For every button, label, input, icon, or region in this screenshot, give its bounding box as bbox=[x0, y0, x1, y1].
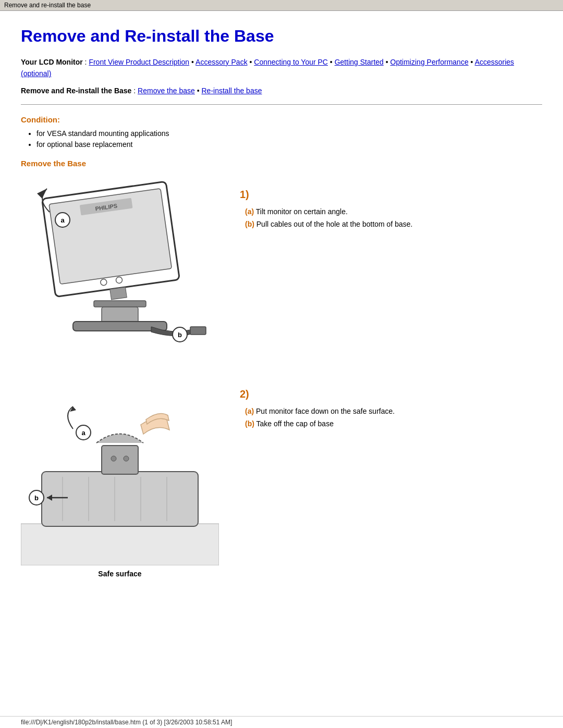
page-content: Remove and Re-install the Base Your LCD … bbox=[0, 11, 563, 609]
svg-rect-17 bbox=[42, 472, 198, 526]
breadcrumb-line2: Remove and Re-install the Base : Remove … bbox=[21, 85, 542, 96]
svg-rect-7 bbox=[94, 301, 146, 307]
svg-point-24 bbox=[111, 456, 116, 461]
svg-rect-10 bbox=[190, 327, 206, 335]
condition-heading: Condition: bbox=[21, 115, 542, 124]
svg-rect-16 bbox=[21, 524, 219, 565]
step-2-label-b: (b) bbox=[245, 419, 254, 428]
step-1-desc: 1) (a) Tilt monitor on certain angle. (b… bbox=[240, 178, 542, 231]
step-2-row: a b Safe surface 2) (a) Put monitor face… bbox=[21, 378, 542, 578]
step-2-text: (a) Put monitor face down on the safe su… bbox=[245, 405, 542, 430]
svg-text:a: a bbox=[60, 216, 65, 224]
svg-point-5 bbox=[116, 277, 123, 284]
page-title: Remove and Re-install the Base bbox=[21, 27, 542, 46]
step-2-number: 2) bbox=[240, 388, 542, 400]
svg-point-4 bbox=[100, 279, 107, 286]
svg-text:a: a bbox=[81, 429, 85, 437]
svg-text:b: b bbox=[34, 494, 39, 502]
step-2-label-a: (a) bbox=[245, 407, 254, 415]
step-2-desc: 2) (a) Put monitor face down on the safe… bbox=[240, 378, 542, 430]
svg-rect-23 bbox=[102, 446, 138, 474]
section-link-remove[interactable]: Remove the base bbox=[138, 87, 195, 95]
breadcrumb-link-accessory[interactable]: Accessory Pack bbox=[195, 58, 248, 66]
remove-base-heading: Remove the Base bbox=[21, 159, 542, 168]
svg-text:b: b bbox=[178, 331, 182, 339]
condition-list: for VESA standard mounting applications … bbox=[36, 129, 542, 149]
step-1-text-a: Tilt monitor on certain angle. bbox=[254, 207, 348, 216]
breadcrumb-link-getting-started[interactable]: Getting Started bbox=[335, 58, 384, 66]
safe-surface-label: Safe surface bbox=[21, 570, 219, 578]
horizontal-rule bbox=[21, 104, 542, 105]
browser-bar-title: Remove and re-install the base bbox=[4, 2, 91, 9]
section-link-reinstall[interactable]: Re-install the base bbox=[202, 87, 262, 95]
monitor-illustration: PHILIPS bbox=[21, 178, 219, 355]
step-1-text-b: Pull cables out of the hole at the botto… bbox=[254, 220, 413, 228]
step-1-image: PHILIPS bbox=[21, 178, 219, 357]
condition-item-2: for optional base replacement bbox=[36, 140, 542, 149]
step-2-text-a: Put monitor face down on the safe surfac… bbox=[254, 407, 395, 415]
svg-point-25 bbox=[124, 456, 129, 461]
section-prefix: Remove and Re-install the Base bbox=[21, 87, 131, 95]
steps-section: PHILIPS bbox=[21, 178, 542, 578]
breadcrumb-link-connecting[interactable]: Connecting to Your PC bbox=[254, 58, 328, 66]
svg-rect-8 bbox=[102, 307, 138, 323]
step-2-text-b: Take off the cap of base bbox=[254, 419, 334, 428]
step-1-label-b: (b) bbox=[245, 220, 254, 228]
svg-rect-6 bbox=[110, 287, 127, 300]
footer-text: file:///D|/K1/english/180p2b/install/bas… bbox=[21, 719, 232, 726]
step-1-label-a: (a) bbox=[245, 207, 254, 216]
step-2-image: a b Safe surface bbox=[21, 378, 219, 578]
condition-item-1: for VESA standard mounting applications bbox=[36, 129, 542, 138]
browser-bar: Remove and re-install the base bbox=[0, 0, 563, 11]
base-removal-illustration: a b bbox=[21, 378, 219, 565]
step-1-number: 1) bbox=[240, 189, 542, 201]
breadcrumb-link-front-view[interactable]: Front View Product Description bbox=[89, 58, 189, 66]
step-1-text: (a) Tilt monitor on certain angle. (b) P… bbox=[245, 206, 542, 231]
step-1-row: PHILIPS bbox=[21, 178, 542, 357]
breadcrumb-link-optimizing[interactable]: Optimizing Performance bbox=[390, 58, 469, 66]
breadcrumb-prefix: Your LCD Monitor bbox=[21, 58, 83, 66]
breadcrumb-line1: Your LCD Monitor : Front View Product De… bbox=[21, 56, 542, 80]
footer: file:///D|/K1/english/180p2b/install/bas… bbox=[0, 716, 563, 728]
